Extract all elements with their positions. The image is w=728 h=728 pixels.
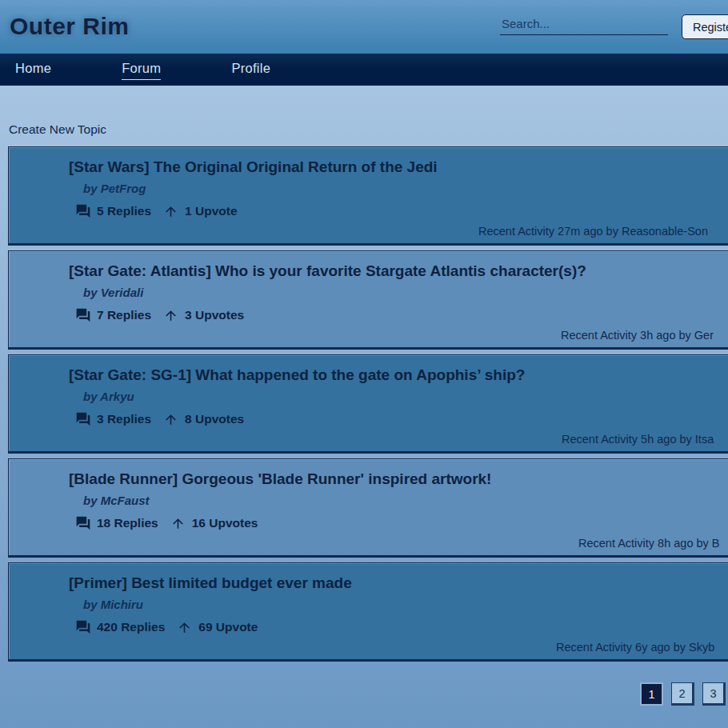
main-nav: Home Forum Profile: [0, 54, 728, 86]
replies-icon: [75, 619, 91, 635]
register-button[interactable]: Register: [682, 14, 728, 39]
create-new-topic-link[interactable]: Create New Topic: [9, 122, 106, 137]
upvotes-count: 69 Upvote: [198, 620, 258, 634]
topic-stats: 5 Replies 1 Upvote: [75, 202, 238, 220]
upvotes-count: 8 Upvotes: [185, 412, 244, 426]
topic-stats: 18 Replies 16 Upvotes: [75, 514, 258, 532]
nav-item-profile[interactable]: Profile: [231, 61, 270, 78]
topic-card[interactable]: [Primer] Best limited budget ever made b…: [8, 562, 728, 662]
topic-stats: 420 Replies 69 Upvote: [75, 618, 258, 636]
topic-author: by Arkyu: [83, 390, 134, 403]
topic-title[interactable]: [Primer] Best limited budget ever made: [69, 574, 352, 592]
upvotes-count: 3 Upvotes: [185, 308, 244, 322]
topic-author: by Veridali: [83, 286, 143, 299]
topic-list: [Star Wars] The Original Original Return…: [8, 146, 728, 666]
replies-icon: [75, 515, 91, 531]
upvote-icon[interactable]: [163, 412, 178, 427]
topic-title[interactable]: [Star Gate: SG-1] What happened to the g…: [69, 366, 525, 384]
forum-page: Create New Topic [Star Wars] The Origina…: [0, 86, 728, 728]
topic-title[interactable]: [Star Wars] The Original Original Return…: [69, 158, 438, 176]
upvote-icon[interactable]: [177, 620, 192, 635]
upvotes-count: 1 Upvote: [185, 204, 237, 218]
upvotes-count: 16 Upvotes: [192, 516, 258, 530]
recent-activity: Recent Activity 5h ago by Itsa: [562, 433, 714, 446]
topic-title[interactable]: [Star Gate: Atlantis] Who is your favori…: [69, 262, 586, 280]
nav-item-forum[interactable]: Forum: [122, 61, 161, 80]
pagination: 1 2 3: [640, 682, 726, 706]
replies-count: 3 Replies: [97, 412, 151, 426]
topic-card[interactable]: [Star Wars] The Original Original Return…: [8, 146, 728, 246]
topic-author: by PetFrog: [83, 182, 146, 195]
recent-activity: Recent Activity 6y ago by Skyb: [556, 641, 714, 654]
site-logo[interactable]: Outer Rim: [10, 13, 130, 40]
replies-count: 18 Replies: [97, 516, 158, 530]
topic-card[interactable]: [Blade Runner] Gorgeous 'Blade Runner' i…: [8, 458, 728, 558]
topic-title[interactable]: [Blade Runner] Gorgeous 'Blade Runner' i…: [69, 470, 491, 488]
nav-item-home[interactable]: Home: [15, 61, 51, 78]
replies-count: 420 Replies: [97, 620, 165, 634]
app-window: Outer Rim Register Home Forum Profile Cr…: [0, 0, 728, 728]
topic-card[interactable]: [Star Gate: SG-1] What happened to the g…: [8, 354, 728, 454]
upvote-icon[interactable]: [163, 204, 178, 219]
topic-stats: 7 Replies 3 Upvotes: [75, 306, 244, 324]
topic-card[interactable]: [Star Gate: Atlantis] Who is your favori…: [8, 250, 728, 350]
replies-count: 5 Replies: [97, 204, 151, 218]
upvote-icon[interactable]: [170, 516, 186, 531]
recent-activity: Recent Activity 3h ago by Ger: [561, 329, 714, 342]
upvote-icon[interactable]: [163, 308, 178, 323]
page-button-2[interactable]: 2: [671, 682, 694, 706]
page-button-1[interactable]: 1: [640, 682, 663, 706]
replies-icon: [75, 203, 91, 219]
search-input[interactable]: [500, 13, 668, 35]
topic-author: by Michiru: [83, 598, 143, 611]
recent-activity: Recent Activity 8h ago by B: [578, 537, 720, 550]
replies-count: 7 Replies: [97, 308, 151, 322]
replies-icon: [75, 307, 91, 323]
page-button-3[interactable]: 3: [702, 682, 726, 706]
replies-icon: [75, 411, 91, 427]
topic-author: by McFaust: [83, 494, 150, 507]
topic-stats: 3 Replies 8 Upvotes: [75, 410, 244, 428]
header: Outer Rim Register: [0, 0, 728, 54]
recent-activity: Recent Activity 27m ago by Reasonable-So…: [478, 225, 708, 238]
